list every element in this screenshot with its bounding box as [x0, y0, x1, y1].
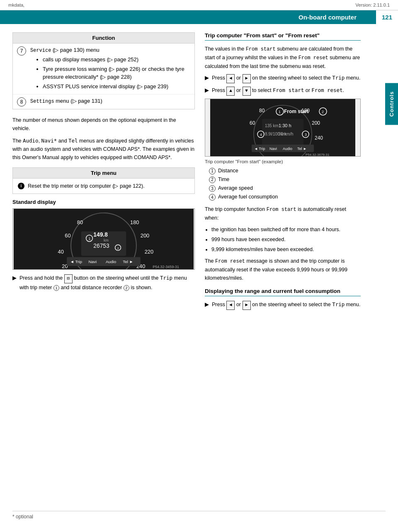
svg-text:1: 1 — [88, 237, 90, 241]
svg-text:Navi: Navi — [269, 147, 277, 151]
trip-menu-bullet: i Reset the trip meter or trip computer … — [18, 182, 189, 190]
list-item-2: 2 Time — [209, 175, 361, 184]
function-row-7: 7 Service (▷ page 130) menu calls up dis… — [13, 44, 194, 94]
optional-equipment-text: The number of menus shown depends on the… — [12, 116, 195, 133]
svg-text:P54.32-3459-31: P54.32-3459-31 — [153, 265, 179, 269]
trip-from-start-text: The values in the From start submenu are… — [205, 45, 361, 70]
svg-text:180: 180 — [130, 219, 139, 225]
arrow-icon-r2: ▶ — [205, 86, 209, 95]
arrow-icon-left: ▶ — [12, 274, 17, 283]
key-fuel-left: ◄ — [226, 301, 235, 310]
press-row-1: ▶ Press ◄ or ► on the steering wheel to … — [205, 74, 361, 83]
svg-text:P54.32-3679-31: P54.32-3679-31 — [306, 153, 330, 157]
svg-text:26753: 26753 — [93, 242, 109, 249]
svg-text:km: km — [104, 238, 109, 242]
svg-text:3: 3 — [305, 133, 307, 137]
press-row-2: ▶ Press ▲ or ▼ to select From start or F… — [205, 86, 361, 96]
from-reset-text: The From reset message is shown and the … — [205, 257, 361, 282]
key-fuel-right: ► — [243, 301, 251, 310]
svg-text:From start: From start — [284, 109, 308, 114]
page-footer: * optional — [12, 511, 386, 520]
label-time: Time — [218, 175, 229, 184]
bullet-999-hours: 999 hours have been exceeded. — [211, 235, 361, 244]
key-up: ▲ — [226, 87, 235, 96]
dashboard-image-right: 80 180 200 240 60 1 From start 2 135 km … — [205, 99, 361, 157]
key-down: ▼ — [243, 87, 251, 96]
trip-computer-heading: Trip computer "From start" or "From rese… — [205, 32, 361, 41]
function-icon-7: 7 — [17, 46, 26, 56]
page-title: On-board computer — [298, 14, 357, 21]
right-column: Trip computer "From start" or "From rese… — [205, 32, 390, 313]
function-table-header: Function — [13, 33, 194, 44]
function-code-service: Service (▷ page 130) menu — [30, 47, 100, 53]
key-left: ◄ — [226, 74, 235, 83]
top-bar: mkdata, Version: 2.11.0.1 — [0, 0, 398, 10]
info-icon: i — [18, 183, 24, 189]
function-bullets-7: calls up display messages (▷ page 252) T… — [36, 56, 190, 90]
press-row-2-text: Press ▲ or ▼ to select From start or Fro… — [212, 86, 344, 96]
page-number: 121 — [376, 10, 398, 24]
svg-text:Tel ►: Tel ► — [297, 147, 307, 151]
controls-side-label: Controls — [385, 83, 398, 125]
svg-text:135 km: 135 km — [265, 123, 279, 128]
arrow-icon-r1: ▶ — [205, 74, 209, 82]
svg-text:4: 4 — [260, 133, 262, 137]
list-item-1: 1 Distance — [209, 167, 361, 175]
svg-text:60: 60 — [65, 232, 70, 239]
bullet-assyst: ASSYST PLUS service interval display (▷ … — [43, 82, 190, 91]
function-table: Function 7 Service (▷ page 130) menu cal… — [12, 32, 195, 109]
svg-text:200: 200 — [141, 232, 149, 239]
svg-text:200: 200 — [312, 120, 320, 126]
label-avg-speed: Average speed — [218, 184, 253, 193]
dashboard-image-left: 80 180 200 220 240 60 40 20 1 149.8 km 2… — [12, 208, 195, 270]
svg-text:Tel ►: Tel ► — [123, 259, 133, 264]
key-right: ► — [243, 74, 251, 83]
bullet-ignition: the ignition has been switched off for m… — [211, 225, 361, 234]
fuel-heading: Displaying the range and current fuel co… — [205, 288, 361, 296]
page-header: On-board computer 121 — [0, 10, 398, 24]
numbered-list: 1 Distance 2 Time 3 Average speed 4 Aver… — [209, 167, 361, 202]
main-content: Function 7 Service (▷ page 130) menu cal… — [0, 24, 398, 321]
fuel-press-row: ▶ Press ◄ or ► on the steering wheel to … — [205, 300, 361, 310]
fuel-press-text: Press ◄ or ► on the steering wheel to se… — [212, 300, 360, 310]
list-item-4: 4 Average fuel consumption — [209, 193, 361, 201]
trip-menu-content: i Reset the trip meter or trip computer … — [13, 179, 194, 193]
trip-menu-box: Trip menu i Reset the trip meter or trip… — [12, 167, 195, 194]
label-distance: Distance — [218, 167, 238, 175]
svg-text:Audio: Audio — [106, 259, 116, 264]
svg-text:Audio: Audio — [283, 147, 292, 151]
top-bar-right: Version: 2.11.0.1 — [355, 2, 390, 7]
list-item-3: 3 Average speed — [209, 184, 361, 193]
svg-text:1: 1 — [279, 110, 281, 114]
svg-text:2: 2 — [117, 247, 119, 250]
svg-text:40: 40 — [58, 249, 64, 255]
arrow-icon-fuel: ▶ — [205, 300, 209, 309]
svg-text:1:30 h: 1:30 h — [279, 123, 291, 128]
dashboard-right-caption: Trip computer "From start" (example) — [205, 159, 361, 164]
svg-text:Navi: Navi — [88, 259, 97, 264]
svg-text:149.8: 149.8 — [93, 231, 108, 238]
press-instruction-left: ▶ Press and hold the ⊟ button on the ste… — [12, 274, 195, 292]
left-column: Function 7 Service (▷ page 130) menu cal… — [12, 32, 195, 313]
comand-text: The Audio, Navi* and Tel menus are displ… — [12, 137, 195, 162]
footer-optional: * optional — [12, 514, 33, 520]
svg-text:240: 240 — [315, 135, 323, 141]
num-1: 1 — [209, 168, 216, 174]
function-text-7: Service (▷ page 130) menu calls up displ… — [30, 46, 190, 92]
svg-text:◄ Trip: ◄ Trip — [70, 259, 82, 264]
svg-text:80: 80 — [259, 108, 265, 114]
top-bar-left: mkdata, — [8, 2, 24, 7]
svg-text:◄ Trip: ◄ Trip — [254, 147, 265, 151]
function-icon-8: 8 — [17, 97, 26, 106]
bullet-calls-up: calls up display messages (▷ page 252) — [43, 56, 190, 64]
press-instruction-text: Press and hold the ⊟ button on the steer… — [19, 274, 195, 292]
from-start-auto-text: The trip computer function From start is… — [205, 205, 361, 222]
svg-text:80: 80 — [77, 219, 83, 225]
trip-menu-text: Reset the trip meter or trip computer (▷… — [28, 182, 145, 190]
svg-text:60: 60 — [250, 120, 255, 126]
svg-text:90 km/h: 90 km/h — [279, 132, 294, 136]
function-row-8: 8 Settings menu (▷ page 131) — [13, 94, 194, 109]
trip-menu-header: Trip menu — [13, 168, 194, 179]
svg-text:220: 220 — [145, 249, 153, 255]
num-3: 3 — [209, 185, 216, 192]
